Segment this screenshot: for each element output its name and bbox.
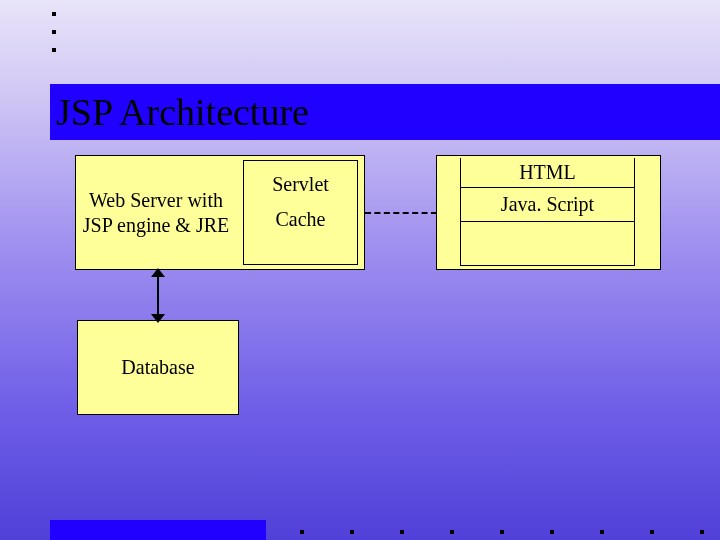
- connector-webserver-database: [157, 270, 159, 320]
- javascript-label: Java. Script: [501, 193, 594, 216]
- cache-label: Cache: [276, 208, 326, 231]
- database-box: Database: [77, 320, 239, 415]
- html-label: HTML: [461, 161, 634, 184]
- slide-title: JSP Architecture: [50, 90, 309, 134]
- arrowhead-up-icon: [151, 268, 165, 277]
- client-empty-box: [460, 222, 635, 266]
- arrowhead-down-icon: [151, 314, 165, 323]
- title-bar: JSP Architecture: [50, 84, 720, 140]
- footer-bar: [50, 520, 266, 540]
- connector-servlet-client: [365, 212, 437, 214]
- footer-dots: [300, 530, 704, 534]
- servlet-cache-box: Servlet Cache: [243, 160, 358, 265]
- webserver-label: Web Server with JSP engine & JRE: [76, 188, 236, 238]
- javascript-box: Java. Script: [460, 188, 635, 222]
- slide-bullets-left: [52, 12, 56, 66]
- database-label: Database: [121, 356, 194, 379]
- html-box: HTML: [460, 158, 635, 188]
- servlet-label: Servlet: [272, 173, 329, 196]
